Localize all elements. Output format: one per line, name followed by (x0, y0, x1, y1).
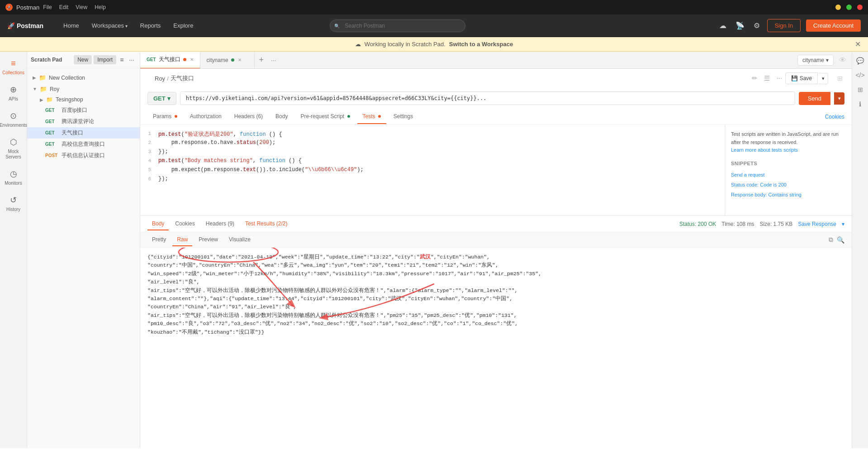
api-baidu-ip[interactable]: GET 百度ip接口 (27, 105, 140, 116)
send-button[interactable]: Send (799, 92, 830, 105)
code-icon[interactable]: </> (854, 70, 866, 81)
response-body-content: {"cityid":"101200101","date":"2021-04-18… (140, 248, 852, 448)
sidebar-item-environments[interactable]: ⊙ Environments (1, 107, 26, 132)
comment-icon[interactable]: 💬 (854, 55, 866, 66)
sidebar-item-mock-servers[interactable]: ⬡ Mock Servers (1, 134, 26, 163)
apis-icon: ⊕ (10, 85, 17, 95)
nav-home[interactable]: Home (58, 19, 85, 32)
maximize-button[interactable] (846, 5, 852, 10)
tab-cityname[interactable]: cityname ✕ (200, 52, 255, 69)
response-tab-test-results[interactable]: Test Results (2/2) (241, 218, 292, 230)
snippet-response-body[interactable]: Response body: Contains string (731, 191, 846, 199)
subtab-params[interactable]: Params (147, 110, 183, 124)
menu-file[interactable]: File (43, 4, 52, 10)
search-input[interactable] (330, 19, 465, 32)
minimize-button[interactable] (835, 5, 841, 10)
response-tab-cookies[interactable]: Cookies (171, 218, 199, 230)
code-line-6: 6 }); (140, 176, 725, 185)
response-tab-body[interactable]: Body (147, 218, 169, 230)
snippet-send-request[interactable]: Send a request (731, 171, 846, 179)
cookies-link[interactable]: Cookies (825, 114, 844, 120)
env-selector[interactable]: cityname ▾ (797, 55, 834, 66)
doc-icon[interactable]: ☰ (762, 72, 772, 84)
sync-icon[interactable]: ☁ (717, 19, 728, 32)
sidebar-item-monitors[interactable]: ◷ Monitors (1, 165, 26, 190)
folder-tesingshop[interactable]: ▶ 📁 Tesingshop (27, 95, 140, 105)
sidebar-item-apis[interactable]: ⊕ APIs (1, 81, 26, 105)
response-preview[interactable]: Preview (194, 234, 223, 246)
collection-new[interactable]: ▶ 📁 New Collection (27, 72, 140, 83)
search-wrap (330, 19, 465, 32)
method-select[interactable]: GET ▾ (147, 92, 176, 105)
signin-button[interactable]: Sign In (767, 19, 801, 32)
subtab-settings[interactable]: Settings (388, 110, 418, 124)
collection-roy[interactable]: ▼ 📁 Roy (27, 83, 140, 95)
subtab-headers[interactable]: Headers (6) (229, 110, 268, 124)
tab-weather[interactable]: GET 天气接口 ✕ (140, 52, 200, 69)
eye-icon[interactable]: 👁 (837, 54, 848, 66)
add-tab-button[interactable]: + (255, 55, 269, 65)
sidebar-filter-icon[interactable]: ≡ (118, 55, 125, 64)
send-dropdown-button[interactable]: ▾ (834, 92, 844, 105)
nav-items: Home Workspaces Reports Explore (58, 19, 199, 32)
subtab-authorization[interactable]: Authorization (185, 110, 227, 124)
tab-close-weather[interactable]: ✕ (190, 57, 194, 62)
subtab-body[interactable]: Body (270, 110, 293, 124)
tab-right-area: cityname ▾ 👁 (797, 54, 852, 66)
sidebar-item-history[interactable]: ↺ History (1, 191, 26, 216)
settings-icon[interactable]: ⚙ (752, 19, 762, 32)
roy-collection-label: Roy (50, 86, 59, 92)
tab-close-cityname[interactable]: ✕ (238, 57, 242, 62)
nav-reports[interactable]: Reports (135, 19, 166, 32)
response-pretty[interactable]: Pretty (147, 234, 171, 246)
save-response-arrow[interactable]: ▾ (842, 221, 844, 227)
new-button[interactable]: New (74, 55, 92, 64)
snippet-status-code[interactable]: Status code: Code is 200 (731, 181, 846, 189)
env-label: cityname (802, 57, 824, 63)
create-account-button[interactable]: Create Account (806, 19, 861, 32)
banner-link[interactable]: Switch to a Workspace (449, 41, 513, 48)
satellite-icon[interactable]: 📡 (734, 19, 746, 32)
code-line-1: 1 pm.test("验证状态码是200", function () { (140, 130, 725, 139)
method-badge-post: POST (45, 153, 59, 158)
more-actions-icon[interactable]: ··· (774, 72, 784, 84)
edit-icon[interactable]: ✏ (750, 72, 759, 84)
api-phone-auth[interactable]: POST 手机信息认证接口 (27, 150, 140, 161)
tab-cityname-label: cityname (207, 57, 228, 63)
api-university[interactable]: GET 高校信息查询接口 (27, 139, 140, 150)
save-button[interactable]: 💾 Save (785, 72, 818, 84)
nav-explore[interactable]: Explore (168, 19, 199, 32)
search-response-icon[interactable]: 🔍 (837, 236, 844, 244)
menu-help[interactable]: Help (95, 4, 106, 10)
tab-more-button[interactable]: ··· (268, 57, 279, 64)
sidebar-more-icon[interactable]: ··· (127, 55, 136, 64)
nav-workspaces[interactable]: Workspaces (86, 19, 133, 32)
api-tencent-class[interactable]: GET 腾讯课堂评论 (27, 116, 140, 127)
panel-icon[interactable]: ⊞ (856, 84, 865, 95)
sidebar-item-collections[interactable]: ≡ Collections (1, 55, 26, 79)
subtab-tests[interactable]: Tests (357, 110, 386, 124)
menu-view[interactable]: View (76, 4, 87, 10)
response-tab-headers[interactable]: Headers (9) (201, 218, 239, 230)
subtab-prerequest[interactable]: Pre-request Script (295, 110, 355, 124)
code-editor[interactable]: 1 pm.test("验证状态码是200", function () { 2 p… (140, 125, 725, 215)
banner-text: Working locally in Scratch Pad. (365, 41, 446, 48)
save-dropdown-button[interactable]: ▾ (819, 73, 828, 84)
menu-edit[interactable]: Edit (59, 4, 69, 10)
code-line-3: 3 }); (140, 148, 725, 158)
apis-label: APIs (9, 96, 18, 102)
save-response-button[interactable]: Save Response (798, 221, 836, 227)
close-button[interactable] (857, 5, 863, 10)
panel-toggle-icon[interactable]: ⊞ (835, 73, 844, 84)
copy-icon[interactable]: ⧉ (829, 236, 833, 244)
response-raw[interactable]: Raw (172, 234, 192, 246)
url-input[interactable] (180, 91, 795, 105)
banner-close-button[interactable]: ✕ (855, 40, 861, 48)
response-visualize[interactable]: Visualize (224, 234, 255, 246)
learn-more-link[interactable]: Learn more about tests scripts (731, 146, 846, 154)
api-weather[interactable]: GET 天气接口 (27, 127, 140, 139)
window-controls (835, 5, 863, 10)
banner: ☁ Working locally in Scratch Pad. Switch… (0, 37, 868, 52)
info-icon[interactable]: ℹ (857, 99, 863, 110)
import-button[interactable]: Import (94, 55, 116, 64)
